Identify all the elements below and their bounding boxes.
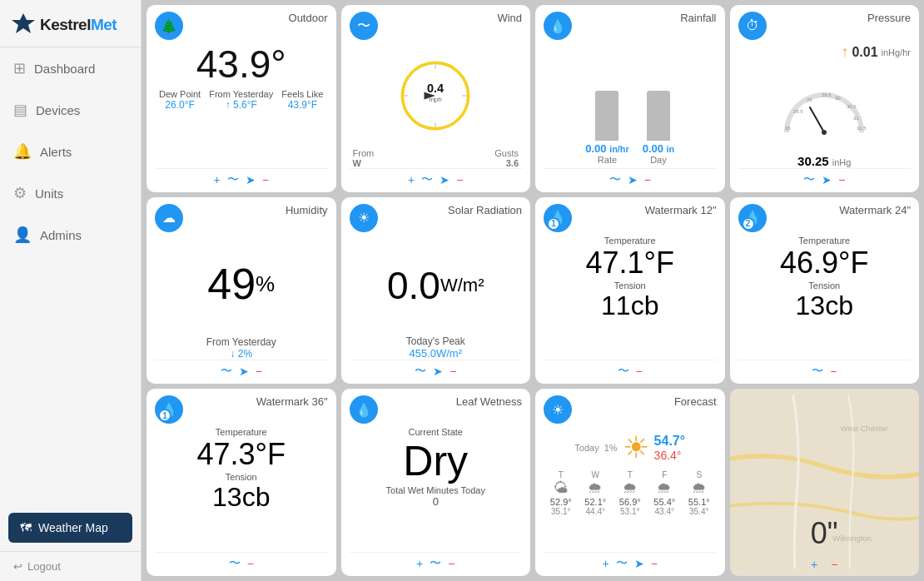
chart-icon[interactable]: 〜 xyxy=(227,172,239,187)
watermark12-badge: 1 xyxy=(547,217,560,231)
svg-text:mph: mph xyxy=(429,96,442,103)
minus-icon-map[interactable]: − xyxy=(831,558,837,571)
wind-title: Wind xyxy=(497,12,522,24)
forecast-sun-icon: ☀ xyxy=(623,430,649,465)
dew-point: Dew Point 26.0°F xyxy=(159,89,201,111)
chart-icon-forecast[interactable]: 〜 xyxy=(616,556,628,571)
wm12-temp-label: Temperature xyxy=(544,236,717,246)
nav-units[interactable]: ⚙ Units xyxy=(0,172,141,214)
nav-dashboard[interactable]: ⊞ Dashboard xyxy=(0,47,141,89)
forecast-today-pct: 1% xyxy=(604,443,618,453)
add-icon-wind[interactable]: + xyxy=(408,173,415,186)
lw-state-label: Current State xyxy=(350,427,523,437)
forecast-day-icon: 🌧 xyxy=(619,479,641,497)
wm36-tension-val: 13cb xyxy=(155,482,328,513)
svg-text:28.5: 28.5 xyxy=(793,109,803,114)
minus-icon-rainfall[interactable]: − xyxy=(644,173,651,186)
card-forecast: ☀ Forecast Today 1% ☀ 54.7° 36.4° T 🌤 52… xyxy=(535,389,725,576)
nav-devices-label: Devices xyxy=(36,103,80,117)
chart-icon-rainfall[interactable]: 〜 xyxy=(609,172,621,187)
logout-button[interactable]: ↩ Logout xyxy=(0,551,141,581)
card-pressure: ⏱ Pressure ↑ 0.01 inHg/hr 28 28.5 29 29.… xyxy=(730,5,920,192)
pressure-rate-val: 0.01 xyxy=(852,45,877,60)
card-solar: ☀ Solar Radiation 0.0W/m² Today's Peak 4… xyxy=(341,197,531,385)
forecast-day-label: F xyxy=(653,470,675,479)
dew-point-val: 26.0°F xyxy=(159,99,201,111)
chart-icon-wm12[interactable]: 〜 xyxy=(618,364,629,379)
card-pressure-header: ⏱ Pressure xyxy=(738,12,912,40)
chart-icon-lw[interactable]: 〜 xyxy=(430,556,441,571)
chart-icon-wind[interactable]: 〜 xyxy=(421,172,433,187)
forecast-day-label: W xyxy=(584,470,606,479)
minus-icon-pressure[interactable]: − xyxy=(838,173,845,186)
share-icon-solar[interactable]: ➤ xyxy=(433,365,443,378)
minus-icon-wm12[interactable]: − xyxy=(636,365,643,378)
weather-map-button[interactable]: 🗺 Weather Map xyxy=(8,513,132,543)
share-icon-pressure[interactable]: ➤ xyxy=(822,173,832,186)
card-rainfall-header: 💧 Rainfall xyxy=(544,12,717,40)
minus-icon-humidity[interactable]: − xyxy=(256,365,262,378)
chart-icon-solar[interactable]: 〜 xyxy=(415,364,426,379)
rainfall-bars: 0.00 in/hr Rate 0.00 in Day xyxy=(544,43,717,168)
rainfall-icon: 💧 xyxy=(544,12,572,40)
humidity-change: ↓ 2% xyxy=(155,348,328,360)
from-yesterday-val: ↑ 5.6°F xyxy=(209,99,273,111)
outdoor-value: 43.9° xyxy=(155,43,328,86)
rainfall-rate-val: 0.00 in/hr xyxy=(585,142,628,155)
add-icon-map[interactable]: + xyxy=(811,558,817,571)
wind-gauge-svg: 0.4 mph xyxy=(398,58,473,133)
pressure-main-val: 30.25 inHg xyxy=(738,154,912,168)
pressure-gauge-svg: 28 28.5 29 29.5 30 30.5 31 31.5 xyxy=(778,78,870,137)
nav-admins-label: Admins xyxy=(40,228,82,242)
nav-units-label: Units xyxy=(35,186,63,201)
forecast-days: T 🌤 52.9° 35.1° W 🌧 52.1° 44.4° T 🌧 56.9… xyxy=(544,469,717,518)
outdoor-sub: Dew Point 26.0°F From Yesterday ↑ 5.6°F … xyxy=(155,89,328,111)
watermark24-icon: 💧 2 xyxy=(738,204,767,232)
minus-icon-forecast[interactable]: − xyxy=(651,557,658,570)
chart-icon-wm36[interactable]: 〜 xyxy=(229,556,241,571)
rainfall-rate-bar xyxy=(595,91,618,141)
rainfall-rate-label: Rate xyxy=(585,155,628,165)
minus-icon-lw[interactable]: − xyxy=(448,557,455,570)
nav-alerts[interactable]: 🔔 Alerts xyxy=(0,131,141,172)
minus-icon-wm24[interactable]: − xyxy=(830,365,837,378)
forecast-day-lo: 35.4° xyxy=(688,507,710,516)
wm12-tension-label: Tension xyxy=(544,281,717,290)
nav-devices[interactable]: ▤ Devices xyxy=(0,89,141,131)
share-icon-wind[interactable]: ➤ xyxy=(440,173,450,186)
nav-admins[interactable]: 👤 Admins xyxy=(0,214,141,256)
add-icon-lw[interactable]: + xyxy=(416,557,423,570)
minus-icon-wm36[interactable]: − xyxy=(247,557,254,570)
forecast-day-hi: 55.1° xyxy=(688,497,710,507)
forecast-day-lo: 53.1° xyxy=(619,507,641,516)
logout-icon: ↩ xyxy=(13,560,22,573)
share-icon-forecast[interactable]: ➤ xyxy=(634,557,644,570)
forecast-day-label: T xyxy=(550,470,572,479)
wind-from-gusts: From W Gusts 3.6 xyxy=(350,148,523,168)
pressure-icon: ⏱ xyxy=(738,12,767,40)
share-icon-rainfall[interactable]: ➤ xyxy=(628,173,638,186)
forecast-footer: + 〜 ➤ − xyxy=(544,552,717,571)
minus-icon-wind[interactable]: − xyxy=(456,173,463,186)
watermark24-badge: 2 xyxy=(742,217,755,231)
forecast-day-label: T xyxy=(619,470,641,479)
pressure-gauge-container: 28 28.5 29 29.5 30 30.5 31 31.5 xyxy=(738,61,912,154)
add-icon[interactable]: + xyxy=(214,173,221,186)
svg-text:West Chester: West Chester xyxy=(840,424,887,433)
chart-icon-humidity[interactable]: 〜 xyxy=(221,364,232,379)
svg-text:31.5: 31.5 xyxy=(857,126,867,131)
main-grid: 🌲 Outdoor 43.9° Dew Point 26.0°F From Ye… xyxy=(142,0,924,581)
card-solar-header: ☀ Solar Radiation xyxy=(350,204,523,232)
dashboard-icon: ⊞ xyxy=(13,59,26,77)
dew-point-label: Dew Point xyxy=(159,89,201,99)
weather-map-icon: 🗺 xyxy=(20,521,32,534)
chart-icon-wm24[interactable]: 〜 xyxy=(812,364,823,379)
minus-icon-solar[interactable]: − xyxy=(450,365,456,378)
share-icon-humidity[interactable]: ➤ xyxy=(239,365,249,378)
minus-icon[interactable]: − xyxy=(262,173,269,186)
humidity-value: 49% xyxy=(155,236,328,334)
chart-icon-pressure[interactable]: 〜 xyxy=(803,172,815,187)
add-icon-forecast[interactable]: + xyxy=(603,557,609,570)
share-icon[interactable]: ➤ xyxy=(246,173,256,186)
logo-icon xyxy=(10,12,37,38)
